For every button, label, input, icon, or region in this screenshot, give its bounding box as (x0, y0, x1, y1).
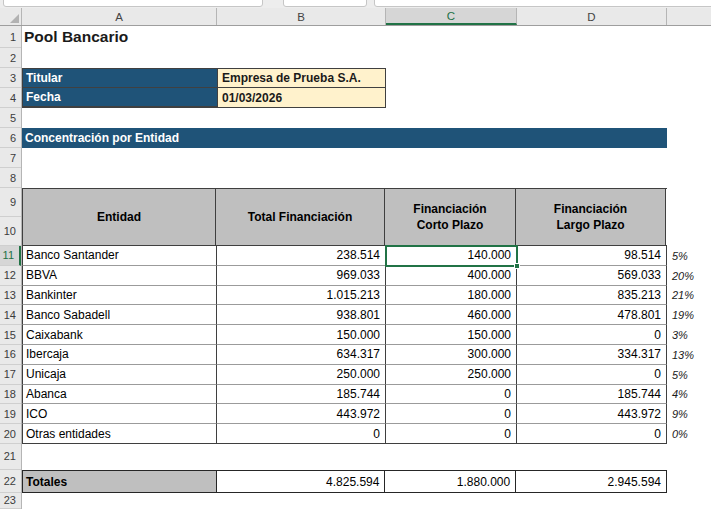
formula-input-edge[interactable] (374, 0, 711, 7)
entity-cell[interactable]: Unicaja (22, 365, 217, 385)
entity-cell[interactable]: Otras entidades (22, 424, 217, 444)
row-header-7[interactable]: 7 (0, 148, 21, 168)
percentage-cell[interactable]: 19% (667, 305, 709, 325)
row-header-14[interactable]: 14 (0, 305, 21, 325)
percentage-cell[interactable]: 0% (667, 424, 709, 444)
row-header-10[interactable]: 10 (0, 217, 21, 246)
corto-plazo-cell[interactable]: 250.000 (386, 365, 517, 385)
row-header-13[interactable]: 13 (0, 286, 21, 306)
titular-label-cell[interactable]: Titular (23, 69, 217, 88)
totals-label-cell[interactable]: Totales (23, 471, 217, 492)
total-cell[interactable]: 185.744 (217, 385, 386, 405)
row-header-15[interactable]: 15 (0, 325, 21, 345)
table-row: Otras entidades0000% (22, 424, 711, 444)
row-header-12[interactable]: 12 (0, 266, 21, 286)
totals-total-cell[interactable]: 4.825.594 (217, 471, 386, 492)
select-all-corner[interactable] (0, 8, 22, 25)
row-header-2[interactable]: 2 (0, 48, 21, 68)
largo-plazo-cell[interactable]: 0 (517, 424, 667, 444)
largo-plazo-cell[interactable]: 478.801 (517, 305, 667, 325)
row-header-21[interactable]: 21 (0, 444, 21, 470)
column-header-d[interactable]: D (517, 8, 667, 25)
row-header-20[interactable]: 20 (0, 424, 21, 444)
corto-plazo-cell[interactable]: 0 (386, 385, 517, 405)
total-cell[interactable]: 938.801 (217, 305, 386, 325)
total-cell[interactable]: 1.015.213 (217, 286, 386, 306)
fecha-value-cell[interactable]: 01/03/2026 (217, 88, 385, 107)
largo-plazo-cell[interactable]: 334.317 (517, 345, 667, 365)
row-header-6[interactable]: 6 (0, 128, 21, 148)
row-header-3[interactable]: 3 (0, 68, 21, 88)
total-cell[interactable]: 443.972 (217, 404, 386, 424)
corto-plazo-cell[interactable]: 400.000 (386, 266, 517, 286)
formula-bar-bottom-edge (0, 0, 711, 8)
section-title-banner[interactable]: Concentración por Entidad (22, 128, 667, 148)
total-cell[interactable]: 0 (217, 424, 386, 444)
row-header-1[interactable]: 1 (0, 26, 21, 48)
percentage-cell[interactable]: 20% (667, 266, 709, 286)
entity-cell[interactable]: BBVA (22, 266, 217, 286)
total-cell[interactable]: 969.033 (217, 266, 386, 286)
corto-plazo-cell[interactable]: 140.000 (386, 246, 517, 266)
entity-cell[interactable]: Banco Santander (22, 246, 217, 266)
corto-plazo-cell[interactable]: 300.000 (386, 345, 517, 365)
row-header-19[interactable]: 19 (0, 404, 21, 424)
largo-plazo-cell[interactable]: 569.033 (517, 266, 667, 286)
column-header-b[interactable]: B (217, 8, 386, 25)
corto-plazo-cell[interactable]: 150.000 (386, 325, 517, 345)
sheet-title-cell[interactable]: Pool Bancario (24, 26, 128, 48)
entity-cell[interactable]: ICO (22, 404, 217, 424)
percentage-cell[interactable]: 5% (667, 365, 709, 385)
totals-corto-cell[interactable]: 1.880.000 (385, 471, 516, 492)
corto-plazo-cell[interactable]: 180.000 (386, 286, 517, 306)
row-header-22[interactable]: 22 (0, 470, 21, 493)
column-header-c[interactable]: C (386, 8, 517, 25)
corto-plazo-cell[interactable]: 0 (386, 424, 517, 444)
table-body: Banco Santander238.514140.00098.5145%BBV… (22, 246, 711, 444)
table-row: Ibercaja634.317300.000334.31713% (22, 345, 711, 365)
row-header-17[interactable]: 17 (0, 365, 21, 385)
entity-cell[interactable]: Bankinter (22, 286, 217, 306)
header-entidad[interactable]: Entidad (22, 189, 216, 245)
total-cell[interactable]: 634.317 (217, 345, 386, 365)
fecha-label-cell[interactable]: Fecha (23, 88, 217, 107)
column-header-a[interactable]: A (22, 8, 217, 25)
row-header-16[interactable]: 16 (0, 345, 21, 365)
titular-value-cell[interactable]: Empresa de Prueba S.A. (217, 69, 385, 88)
percentage-cell[interactable]: 13% (667, 345, 709, 365)
row-header-11[interactable]: 11 (0, 246, 21, 266)
entity-cell[interactable]: Caixabank (22, 325, 217, 345)
corto-plazo-cell[interactable]: 460.000 (386, 305, 517, 325)
row-header-4[interactable]: 4 (0, 88, 21, 108)
total-cell[interactable]: 238.514 (217, 246, 386, 266)
largo-plazo-cell[interactable]: 0 (517, 365, 667, 385)
header-financiacion-corto-plazo[interactable]: Financiación Corto Plazo (385, 189, 516, 245)
total-cell[interactable]: 150.000 (217, 325, 386, 345)
largo-plazo-cell[interactable]: 443.972 (517, 404, 667, 424)
name-box-edge[interactable] (3, 0, 263, 7)
insert-function-box-edge[interactable] (283, 0, 367, 7)
percentage-cell[interactable]: 4% (667, 385, 709, 405)
entity-cell[interactable]: Ibercaja (22, 345, 217, 365)
corto-plazo-cell[interactable]: 0 (386, 404, 517, 424)
largo-plazo-cell[interactable]: 835.213 (517, 286, 667, 306)
total-cell[interactable]: 250.000 (217, 365, 386, 385)
row-header-23[interactable]: 23 (0, 493, 21, 509)
entity-cell[interactable]: Banco Sabadell (22, 305, 217, 325)
largo-plazo-cell[interactable]: 0 (517, 325, 667, 345)
percentage-cell[interactable]: 5% (667, 246, 709, 266)
header-financiacion-largo-plazo[interactable]: Financiación Largo Plazo (516, 189, 666, 245)
row-header-18[interactable]: 18 (0, 385, 21, 405)
row-header-9[interactable]: 9 (0, 188, 21, 217)
totals-largo-cell[interactable]: 2.945.594 (516, 471, 666, 492)
percentage-cell[interactable]: 3% (667, 325, 709, 345)
entity-cell[interactable]: Abanca (22, 385, 217, 405)
largo-plazo-cell[interactable]: 185.744 (517, 385, 667, 405)
row-header-8[interactable]: 8 (0, 168, 21, 188)
percentage-cell[interactable]: 21% (667, 286, 709, 306)
percentage-cell[interactable]: 9% (667, 404, 709, 424)
column-header-stub[interactable] (667, 8, 711, 25)
largo-plazo-cell[interactable]: 98.514 (517, 246, 667, 266)
header-total-financiacion[interactable]: Total Financiación (216, 189, 385, 245)
row-header-5[interactable]: 5 (0, 108, 21, 128)
